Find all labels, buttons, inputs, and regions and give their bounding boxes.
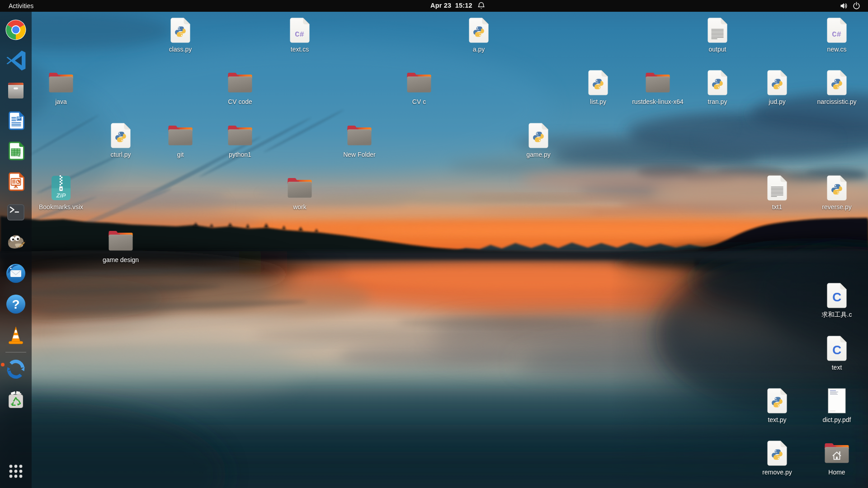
svg-text:?: ? xyxy=(12,297,19,311)
